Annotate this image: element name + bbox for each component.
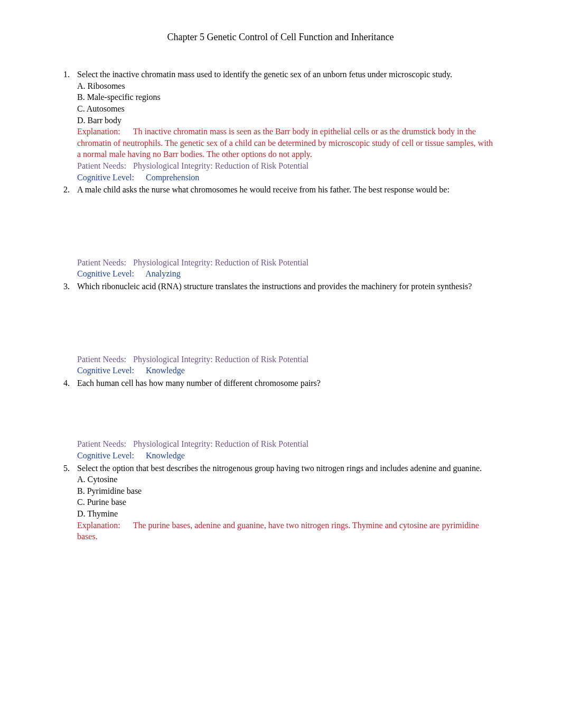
cognitive-level-text: Analyzing bbox=[145, 269, 181, 278]
question-text: Select the inactive chromatin mass used … bbox=[77, 69, 498, 80]
option-c: C. Autosomes bbox=[77, 103, 498, 115]
question-text: Select the option that best describes th… bbox=[77, 463, 498, 474]
option-b: B. Pyrimidine base bbox=[77, 485, 498, 497]
patient-needs-text: Physiological Integrity: Reduction of Ri… bbox=[133, 439, 308, 448]
patient-needs-label: Patient Needs: bbox=[77, 354, 131, 365]
patient-needs-label: Patient Needs: bbox=[77, 160, 131, 172]
option-d: D. Thymine bbox=[77, 508, 498, 520]
option-a: A. Cytosine bbox=[77, 474, 498, 485]
cognitive-level-label: Cognitive Level: bbox=[77, 268, 144, 280]
option-d: D. Barr body bbox=[77, 115, 498, 126]
cognitive-level: Cognitive Level: Knowledge bbox=[77, 450, 498, 462]
cognitive-level: Cognitive Level: Analyzing bbox=[77, 268, 498, 280]
options: A. Cytosine B. Pyrimidine base C. Purine… bbox=[77, 474, 498, 519]
option-c: C. Purine base bbox=[77, 496, 498, 508]
explanation-text: The purine bases, adenine and guanine, h… bbox=[77, 521, 479, 541]
cognitive-level: Cognitive Level: Knowledge bbox=[77, 365, 498, 376]
blank-space bbox=[77, 196, 498, 257]
question-text: Each human cell has how many number of d… bbox=[77, 377, 498, 389]
patient-needs-text: Physiological Integrity: Reduction of Ri… bbox=[133, 258, 308, 267]
patient-needs: Patient Needs: Physiological Integrity: … bbox=[77, 354, 498, 365]
explanation-label: Explanation: bbox=[77, 126, 131, 137]
cognitive-level-text: Comprehension bbox=[146, 173, 199, 182]
patient-needs-text: Physiological Integrity: Reduction of Ri… bbox=[133, 355, 308, 364]
option-a: A. Ribosomes bbox=[77, 80, 498, 92]
page-title: Chapter 5 Genetic Control of Cell Functi… bbox=[63, 31, 498, 43]
cognitive-level-text: Knowledge bbox=[146, 451, 185, 460]
patient-needs-label: Patient Needs: bbox=[77, 438, 131, 450]
blank-space bbox=[77, 389, 498, 438]
options: A. Ribosomes B. Male-specific regions C.… bbox=[77, 80, 498, 126]
explanation-text: Th inactive chromatin mass is seen as th… bbox=[77, 127, 493, 159]
question-text: A male child asks the nurse what chromos… bbox=[77, 184, 498, 196]
patient-needs: Patient Needs: Physiological Integrity: … bbox=[77, 438, 498, 450]
cognitive-level-label: Cognitive Level: bbox=[77, 450, 144, 462]
option-b: B. Male-specific regions bbox=[77, 91, 498, 103]
explanation-label: Explanation: bbox=[77, 520, 131, 531]
question-1: Select the inactive chromatin mass used … bbox=[63, 69, 498, 183]
question-3: Which ribonucleic acid (RNA) structure t… bbox=[63, 281, 498, 376]
explanation: Explanation: Th inactive chromatin mass … bbox=[77, 126, 498, 160]
cognitive-level-label: Cognitive Level: bbox=[77, 365, 144, 376]
patient-needs: Patient Needs: Physiological Integrity: … bbox=[77, 160, 498, 172]
cognitive-level-text: Knowledge bbox=[146, 366, 185, 375]
question-4: Each human cell has how many number of d… bbox=[63, 377, 498, 462]
question-5: Select the option that best describes th… bbox=[63, 463, 498, 542]
patient-needs-label: Patient Needs: bbox=[77, 257, 131, 269]
question-2: A male child asks the nurse what chromos… bbox=[63, 184, 498, 280]
explanation: Explanation: The purine bases, adenine a… bbox=[77, 520, 498, 542]
cognitive-level: Cognitive Level: Comprehension bbox=[77, 172, 498, 183]
cognitive-level-label: Cognitive Level: bbox=[77, 172, 144, 183]
blank-space bbox=[77, 292, 498, 354]
question-text: Which ribonucleic acid (RNA) structure t… bbox=[77, 281, 498, 292]
question-list: Select the inactive chromatin mass used … bbox=[63, 69, 498, 542]
patient-needs: Patient Needs: Physiological Integrity: … bbox=[77, 257, 498, 269]
patient-needs-text: Physiological Integrity: Reduction of Ri… bbox=[133, 161, 308, 170]
